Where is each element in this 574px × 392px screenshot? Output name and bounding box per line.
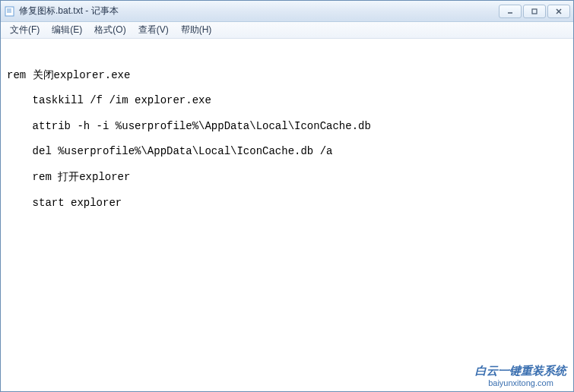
close-button[interactable] bbox=[547, 5, 570, 18]
maximize-button[interactable] bbox=[523, 5, 546, 18]
menu-edit[interactable]: 编辑(E) bbox=[46, 22, 88, 38]
menubar: 文件(F) 编辑(E) 格式(O) 查看(V) 帮助(H) bbox=[1, 22, 573, 39]
titlebar[interactable]: 修复图标.bat.txt - 记事本 bbox=[1, 1, 573, 22]
text-line bbox=[7, 184, 567, 197]
menu-help[interactable]: 帮助(H) bbox=[175, 22, 218, 38]
text-line bbox=[7, 81, 567, 94]
menu-format[interactable]: 格式(O) bbox=[88, 22, 132, 38]
menu-file[interactable]: 文件(F) bbox=[4, 22, 46, 38]
window-controls bbox=[499, 5, 570, 18]
text-line: rem 打开explorer bbox=[7, 171, 567, 184]
text-line bbox=[7, 158, 567, 171]
text-line: start explorer bbox=[7, 197, 567, 210]
text-line bbox=[7, 107, 567, 120]
menu-view[interactable]: 查看(V) bbox=[132, 22, 175, 38]
svg-rect-5 bbox=[532, 9, 537, 14]
window-title: 修复图标.bat.txt - 记事本 bbox=[19, 5, 499, 17]
minimize-button[interactable] bbox=[499, 5, 522, 18]
svg-rect-0 bbox=[5, 7, 14, 16]
text-line: del %userprofile%\AppData\Local\IconCach… bbox=[7, 145, 567, 158]
notepad-window: 修复图标.bat.txt - 记事本 文件(F) 编辑(E) 格式(O) 查看(… bbox=[0, 0, 574, 392]
notepad-icon bbox=[4, 5, 16, 17]
text-line: rem 关闭explorer.exe bbox=[7, 69, 567, 82]
text-area[interactable]: rem 关闭explorer.exe taskkill /f /im explo… bbox=[1, 39, 573, 391]
text-line: taskkill /f /im explorer.exe bbox=[7, 94, 567, 107]
text-line bbox=[7, 133, 567, 146]
text-line: attrib -h -i %userprofile%\AppData\Local… bbox=[7, 120, 567, 133]
